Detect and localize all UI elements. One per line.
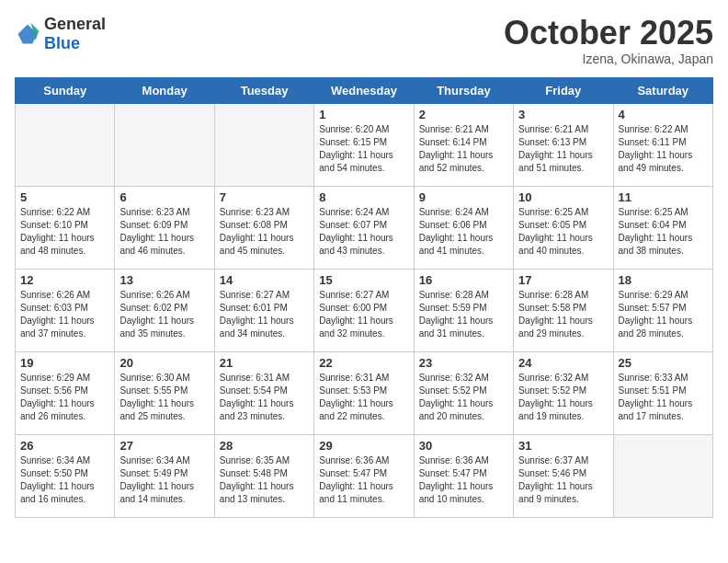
day-info: Sunrise: 6:31 AMSunset: 5:53 PMDaylight:…	[319, 372, 408, 423]
calendar-day: 4Sunrise: 6:22 AMSunset: 6:11 PMDaylight…	[613, 103, 712, 186]
title-block: October 2025 Izena, Okinawa, Japan	[504, 15, 713, 66]
day-number: 9	[419, 190, 508, 204]
calendar-week-3: 12Sunrise: 6:26 AMSunset: 6:03 PMDayligh…	[16, 269, 713, 351]
day-info: Sunrise: 6:36 AMSunset: 5:47 PMDaylight:…	[419, 454, 508, 506]
calendar-week-4: 19Sunrise: 6:29 AMSunset: 5:56 PMDayligh…	[16, 351, 713, 434]
weekday-header-tuesday: Tuesday	[214, 77, 313, 103]
day-number: 25	[619, 356, 708, 370]
day-info: Sunrise: 6:26 AMSunset: 6:03 PMDaylight:…	[20, 289, 109, 340]
day-number: 16	[419, 273, 508, 287]
day-number: 1	[319, 108, 408, 121]
day-number: 23	[419, 356, 508, 370]
day-number: 26	[20, 439, 109, 453]
day-info: Sunrise: 6:22 AMSunset: 6:11 PMDaylight:…	[619, 123, 708, 175]
calendar-table: SundayMondayTuesdayWednesdayThursdayFrid…	[15, 77, 713, 518]
calendar-day: 6Sunrise: 6:23 AMSunset: 6:09 PMDaylight…	[115, 186, 214, 269]
day-info: Sunrise: 6:24 AMSunset: 6:06 PMDaylight:…	[419, 206, 508, 258]
day-number: 4	[619, 108, 708, 121]
calendar-week-2: 5Sunrise: 6:22 AMSunset: 6:10 PMDaylight…	[16, 186, 713, 269]
day-number: 2	[419, 108, 508, 121]
calendar-day	[613, 434, 712, 517]
day-number: 18	[619, 273, 708, 287]
day-number: 27	[119, 439, 209, 453]
calendar-day: 7Sunrise: 6:23 AMSunset: 6:08 PMDaylight…	[214, 186, 313, 269]
day-number: 19	[20, 356, 109, 370]
day-info: Sunrise: 6:34 AMSunset: 5:50 PMDaylight:…	[20, 454, 109, 506]
calendar-day: 8Sunrise: 6:24 AMSunset: 6:07 PMDaylight…	[314, 186, 414, 269]
day-info: Sunrise: 6:20 AMSunset: 6:15 PMDaylight:…	[319, 123, 408, 175]
day-number: 6	[119, 190, 209, 204]
weekday-header-row: SundayMondayTuesdayWednesdayThursdayFrid…	[16, 77, 713, 103]
day-number: 8	[319, 190, 408, 204]
day-number: 29	[319, 439, 408, 453]
calendar-day	[16, 103, 115, 186]
day-number: 20	[119, 356, 209, 370]
day-number: 22	[319, 356, 408, 370]
calendar-day	[214, 103, 313, 186]
calendar-day: 22Sunrise: 6:31 AMSunset: 5:53 PMDayligh…	[314, 351, 414, 434]
day-number: 3	[518, 108, 608, 121]
calendar-day: 21Sunrise: 6:31 AMSunset: 5:54 PMDayligh…	[214, 351, 313, 434]
day-info: Sunrise: 6:29 AMSunset: 5:56 PMDaylight:…	[20, 372, 109, 423]
calendar-day: 19Sunrise: 6:29 AMSunset: 5:56 PMDayligh…	[16, 351, 115, 434]
calendar-day: 18Sunrise: 6:29 AMSunset: 5:57 PMDayligh…	[613, 269, 712, 351]
day-number: 13	[119, 273, 209, 287]
day-info: Sunrise: 6:24 AMSunset: 6:07 PMDaylight:…	[319, 206, 408, 258]
day-number: 31	[518, 439, 608, 453]
calendar-day: 26Sunrise: 6:34 AMSunset: 5:50 PMDayligh…	[16, 434, 115, 517]
weekday-header-sunday: Sunday	[16, 77, 115, 103]
calendar-day: 10Sunrise: 6:25 AMSunset: 6:05 PMDayligh…	[514, 186, 613, 269]
calendar-day: 5Sunrise: 6:22 AMSunset: 6:10 PMDaylight…	[16, 186, 115, 269]
calendar-day: 30Sunrise: 6:36 AMSunset: 5:47 PMDayligh…	[414, 434, 513, 517]
calendar-day: 20Sunrise: 6:30 AMSunset: 5:55 PMDayligh…	[115, 351, 214, 434]
day-info: Sunrise: 6:32 AMSunset: 5:52 PMDaylight:…	[518, 372, 608, 423]
calendar-day: 14Sunrise: 6:27 AMSunset: 6:01 PMDayligh…	[214, 269, 313, 351]
logo-text: General Blue	[44, 15, 106, 53]
weekday-header-saturday: Saturday	[613, 77, 712, 103]
calendar-day: 31Sunrise: 6:37 AMSunset: 5:46 PMDayligh…	[514, 434, 613, 517]
day-info: Sunrise: 6:25 AMSunset: 6:05 PMDaylight:…	[518, 206, 608, 258]
day-number: 17	[518, 273, 608, 287]
calendar-day: 17Sunrise: 6:28 AMSunset: 5:58 PMDayligh…	[514, 269, 613, 351]
day-info: Sunrise: 6:29 AMSunset: 5:57 PMDaylight:…	[619, 289, 708, 340]
logo: General Blue	[15, 15, 106, 53]
day-info: Sunrise: 6:21 AMSunset: 6:14 PMDaylight:…	[419, 123, 508, 175]
logo-general: General	[44, 15, 106, 33]
day-info: Sunrise: 6:36 AMSunset: 5:47 PMDaylight:…	[319, 454, 408, 506]
day-info: Sunrise: 6:27 AMSunset: 6:00 PMDaylight:…	[319, 289, 408, 340]
day-info: Sunrise: 6:34 AMSunset: 5:49 PMDaylight:…	[119, 454, 209, 506]
day-info: Sunrise: 6:35 AMSunset: 5:48 PMDaylight:…	[220, 454, 309, 506]
calendar-day: 27Sunrise: 6:34 AMSunset: 5:49 PMDayligh…	[115, 434, 214, 517]
day-info: Sunrise: 6:25 AMSunset: 6:04 PMDaylight:…	[619, 206, 708, 258]
calendar-week-5: 26Sunrise: 6:34 AMSunset: 5:50 PMDayligh…	[16, 434, 713, 517]
day-number: 14	[220, 273, 309, 287]
weekday-header-thursday: Thursday	[414, 77, 513, 103]
day-info: Sunrise: 6:37 AMSunset: 5:46 PMDaylight:…	[518, 454, 608, 506]
calendar-day: 1Sunrise: 6:20 AMSunset: 6:15 PMDaylight…	[314, 103, 414, 186]
day-number: 10	[518, 190, 608, 204]
page-header: General Blue October 2025 Izena, Okinawa…	[15, 15, 713, 66]
day-info: Sunrise: 6:32 AMSunset: 5:52 PMDaylight:…	[419, 372, 508, 423]
day-number: 28	[220, 439, 309, 453]
calendar-day: 3Sunrise: 6:21 AMSunset: 6:13 PMDaylight…	[514, 103, 613, 186]
calendar-day: 23Sunrise: 6:32 AMSunset: 5:52 PMDayligh…	[414, 351, 513, 434]
day-info: Sunrise: 6:30 AMSunset: 5:55 PMDaylight:…	[119, 372, 209, 423]
day-info: Sunrise: 6:23 AMSunset: 6:09 PMDaylight:…	[119, 206, 209, 258]
day-info: Sunrise: 6:28 AMSunset: 5:58 PMDaylight:…	[518, 289, 608, 340]
day-number: 7	[220, 190, 309, 204]
logo-blue: Blue	[44, 34, 80, 52]
calendar-day: 29Sunrise: 6:36 AMSunset: 5:47 PMDayligh…	[314, 434, 414, 517]
day-info: Sunrise: 6:22 AMSunset: 6:10 PMDaylight:…	[20, 206, 109, 258]
month-title: October 2025	[504, 15, 713, 52]
day-number: 12	[20, 273, 109, 287]
calendar-day: 25Sunrise: 6:33 AMSunset: 5:51 PMDayligh…	[613, 351, 712, 434]
calendar-day: 15Sunrise: 6:27 AMSunset: 6:00 PMDayligh…	[314, 269, 414, 351]
calendar-day: 2Sunrise: 6:21 AMSunset: 6:14 PMDaylight…	[414, 103, 513, 186]
calendar-day: 16Sunrise: 6:28 AMSunset: 5:59 PMDayligh…	[414, 269, 513, 351]
calendar-day: 12Sunrise: 6:26 AMSunset: 6:03 PMDayligh…	[16, 269, 115, 351]
calendar-day: 11Sunrise: 6:25 AMSunset: 6:04 PMDayligh…	[613, 186, 712, 269]
day-number: 24	[518, 356, 608, 370]
day-info: Sunrise: 6:26 AMSunset: 6:02 PMDaylight:…	[119, 289, 209, 340]
day-number: 15	[319, 273, 408, 287]
logo-icon	[15, 21, 40, 47]
